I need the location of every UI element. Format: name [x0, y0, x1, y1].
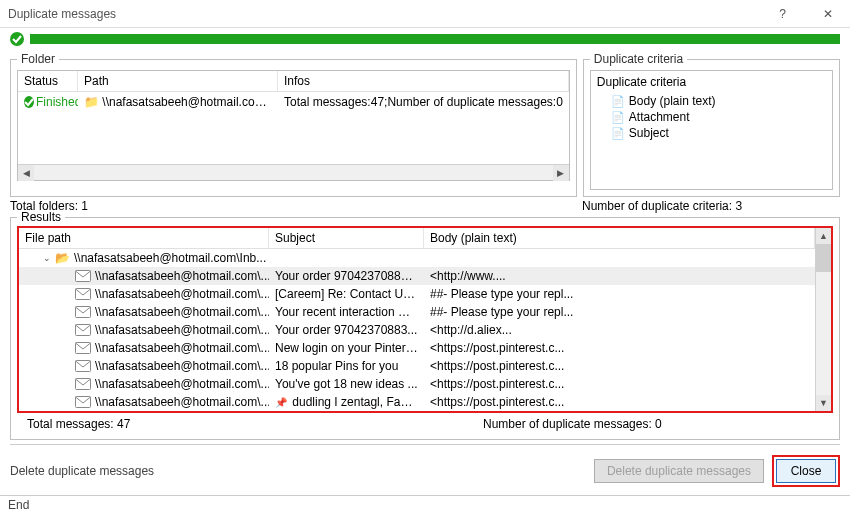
col-file-path[interactable]: File path [19, 228, 269, 248]
scroll-thumb[interactable] [816, 244, 831, 272]
results-row[interactable]: \\nafasatsabeeh@hotmail.com\...18 popula… [19, 357, 815, 375]
criteria-icon: 📄 [611, 95, 625, 108]
progress-complete-icon [10, 32, 24, 46]
tree-root-label: \\nafasatsabeeh@hotmail.com\Inb... [74, 251, 266, 265]
row-body: ##- Please type your repl... [424, 286, 815, 302]
results-row[interactable]: \\nafasatsabeeh@hotmail.com\...Your orde… [19, 267, 815, 285]
mail-icon [75, 360, 91, 372]
total-folders-label: Total folders: 1 [10, 199, 582, 213]
svg-rect-4 [76, 343, 91, 354]
svg-rect-1 [76, 289, 91, 300]
results-row[interactable]: \\nafasatsabeeh@hotmail.com\...📌 dudling… [19, 393, 815, 411]
col-status[interactable]: Status [18, 71, 78, 91]
row-body: <http://www.... [424, 268, 815, 284]
row-body: <https://post.pinterest.c... [424, 376, 815, 392]
scroll-down-icon[interactable]: ▼ [816, 395, 831, 411]
titlebar: Duplicate messages ? ✕ [0, 0, 850, 28]
criteria-item[interactable]: 📄Body (plain text) [597, 93, 826, 109]
results-row[interactable]: \\nafasatsabeeh@hotmail.com\...You've go… [19, 375, 815, 393]
row-file-path: \\nafasatsabeeh@hotmail.com\... [95, 341, 269, 355]
delete-duplicates-button[interactable]: Delete duplicate messages [594, 459, 764, 483]
results-row[interactable]: \\nafasatsabeeh@hotmail.com\...[Careem] … [19, 285, 815, 303]
row-file-path: \\nafasatsabeeh@hotmail.com\... [95, 323, 269, 337]
row-subject: Your order 97042370883... [269, 322, 424, 338]
row-subject: 📌 dudling I zentagl, Fashi... [269, 394, 424, 410]
separator [10, 444, 840, 445]
col-path[interactable]: Path [78, 71, 278, 91]
delete-section-label: Delete duplicate messages [10, 464, 586, 478]
tree-root-row[interactable]: ⌄ 📂 \\nafasatsabeeh@hotmail.com\Inb... [19, 249, 815, 267]
row-file-path: \\nafasatsabeeh@hotmail.com\... [95, 305, 269, 319]
help-button[interactable]: ? [760, 0, 805, 28]
folder-legend: Folder [17, 52, 59, 66]
criteria-item-label: Attachment [629, 110, 690, 124]
criteria-item[interactable]: 📄Attachment [597, 109, 826, 125]
folder-infos: Total messages:47;Number of duplicate me… [278, 93, 569, 111]
results-legend: Results [17, 210, 65, 224]
criteria-item-label: Body (plain text) [629, 94, 716, 108]
row-file-path: \\nafasatsabeeh@hotmail.com\... [95, 359, 269, 373]
col-infos[interactable]: Infos [278, 71, 569, 91]
results-total-label: Total messages: 47 [27, 417, 483, 431]
row-body: <https://post.pinterest.c... [424, 358, 815, 374]
scroll-right-icon[interactable]: ▶ [553, 165, 569, 181]
status-finished: Finished [24, 95, 72, 109]
results-row[interactable]: \\nafasatsabeeh@hotmail.com\...Your rece… [19, 303, 815, 321]
folder-row[interactable]: Finished 📁 \\nafasatsabeeh@hotmail.com\I… [18, 92, 569, 112]
window-close-button[interactable]: ✕ [805, 0, 850, 28]
criteria-legend: Duplicate criteria [590, 52, 687, 66]
mail-icon [75, 342, 91, 354]
criteria-item[interactable]: 📄Subject [597, 125, 826, 141]
folder-grid: Status Path Infos Finished 📁 [17, 70, 570, 181]
mail-icon [75, 324, 91, 336]
criteria-icon: 📄 [611, 111, 625, 124]
folder-grid-header: Status Path Infos [18, 71, 569, 92]
folder-open-icon: 📂 [55, 251, 70, 265]
close-button-highlight: Close [772, 455, 840, 487]
row-file-path: \\nafasatsabeeh@hotmail.com\... [95, 287, 269, 301]
results-duplicates-label: Number of duplicate messages: 0 [483, 417, 823, 431]
folder-hscroll[interactable]: ◀ ▶ [18, 164, 569, 180]
statusbar: End [0, 495, 850, 513]
criteria-item-label: Subject [629, 126, 669, 140]
close-button[interactable]: Close [776, 459, 836, 483]
mail-icon [75, 378, 91, 390]
svg-rect-2 [76, 307, 91, 318]
folder-fieldset: Folder Status Path Infos Finished [10, 52, 577, 197]
col-body[interactable]: Body (plain text) [424, 228, 815, 248]
expand-icon[interactable]: ⌄ [23, 253, 51, 263]
window-title: Duplicate messages [8, 7, 760, 21]
criteria-list: Duplicate criteria 📄Body (plain text)📄At… [590, 70, 833, 190]
progress-row [0, 28, 850, 52]
criteria-count-label: Number of duplicate criteria: 3 [582, 199, 840, 213]
bottom-bar: Delete duplicate messages Delete duplica… [0, 449, 850, 495]
col-subject[interactable]: Subject [269, 228, 424, 248]
results-fieldset: Results File path Subject Body (plain te… [10, 217, 840, 440]
row-subject: Your recent interaction wi... [269, 304, 424, 320]
row-body: <https://post.pinterest.c... [424, 394, 815, 410]
check-icon [24, 96, 34, 108]
pin-icon: 📌 [275, 397, 287, 408]
row-subject: Your order 970423708834... [269, 268, 424, 284]
row-subject: New login on your Pintere... [269, 340, 424, 356]
results-row[interactable]: \\nafasatsabeeh@hotmail.com\...New login… [19, 339, 815, 357]
results-vscroll[interactable]: ▲ ▼ [815, 228, 831, 411]
mail-icon [75, 306, 91, 318]
criteria-fieldset: Duplicate criteria Duplicate criteria 📄B… [583, 52, 840, 197]
mail-icon [75, 270, 91, 282]
scroll-up-icon[interactable]: ▲ [816, 228, 831, 244]
svg-rect-5 [76, 361, 91, 372]
svg-rect-7 [76, 397, 91, 408]
results-header: File path Subject Body (plain text) [19, 228, 815, 249]
scroll-left-icon[interactable]: ◀ [18, 165, 34, 181]
svg-rect-6 [76, 379, 91, 390]
row-body: <https://post.pinterest.c... [424, 340, 815, 356]
mail-icon [75, 288, 91, 300]
folder-icon: 📁 [84, 95, 99, 109]
row-file-path: \\nafasatsabeeh@hotmail.com\... [95, 269, 269, 283]
results-grid: File path Subject Body (plain text) ⌄ 📂 … [19, 228, 815, 411]
row-body: ##- Please type your repl... [424, 304, 815, 320]
folder-path: \\nafasatsabeeh@hotmail.com\I... [102, 95, 278, 109]
results-row[interactable]: \\nafasatsabeeh@hotmail.com\...Your orde… [19, 321, 815, 339]
row-body: <http://d.aliex... [424, 322, 815, 338]
